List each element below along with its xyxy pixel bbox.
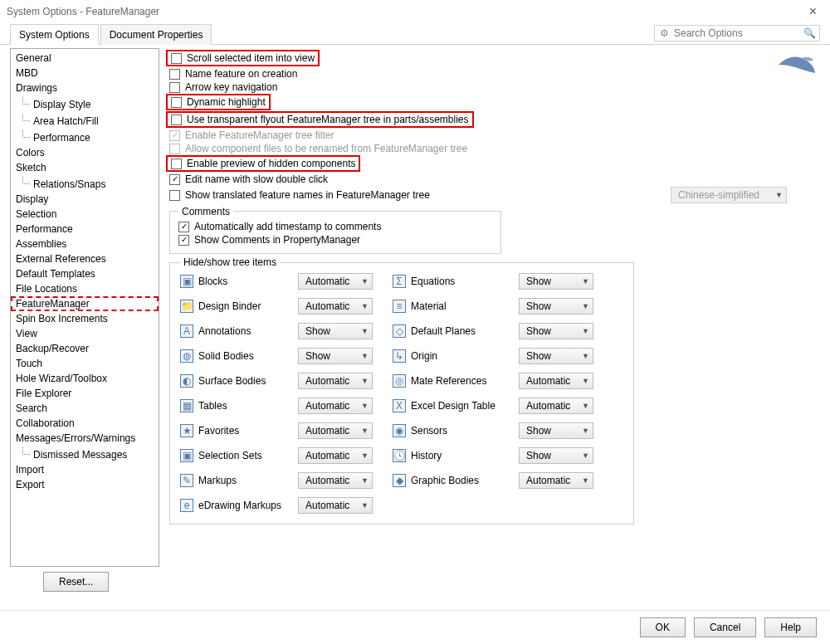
search-input[interactable] [674,27,798,39]
sidebar-item[interactable]: File Explorer [11,386,159,401]
tree-items-group: Hide/show tree items ▣BlocksAutomatic▼ΣE… [169,262,634,524]
sidebar-item[interactable]: Backup/Recover [11,341,159,356]
tree-item-label: Sensors [411,425,519,437]
sidebar-item[interactable]: General [11,51,159,66]
tree-icon: ▣ [180,275,193,288]
sidebar-item[interactable]: Area Hatch/Fill [11,112,159,129]
chk-scroll-label: Scroll selected item into view [187,52,315,64]
tree-icon: ≡ [393,300,406,313]
sidebar-item[interactable]: File Locations [11,281,159,296]
comments-group: Comments Automatically add timestamp to … [169,211,501,254]
sidebar-item[interactable]: Sketch [11,160,159,175]
sidebar-item[interactable]: External References [11,251,159,266]
chk-dynamic-hl[interactable] [171,97,182,108]
tree-item-dropdown[interactable]: Show▼ [519,273,593,290]
tree-item-label: Origin [411,350,519,362]
chk-translated-label: Show translated feature names in Feature… [185,189,430,201]
tree-item-dropdown[interactable]: Show▼ [298,323,373,339]
tree-item-dropdown[interactable]: Automatic▼ [519,472,593,489]
cancel-button[interactable]: Cancel [694,617,756,637]
sidebar-item[interactable]: Performance [11,222,159,237]
tree-icon: X [393,399,406,412]
sidebar-item[interactable]: Hole Wizard/Toolbox [11,371,159,386]
sidebar-item[interactable]: Touch [11,356,159,371]
tree-item-dropdown[interactable]: Show▼ [519,323,593,339]
tree-icon: 🕓 [393,449,406,462]
chk-scroll[interactable] [171,53,182,64]
chk-arrow-nav[interactable] [169,82,180,93]
tree-icon: ▣ [180,449,193,462]
tree-item-dropdown[interactable]: Automatic▼ [298,298,373,315]
tree-item-dropdown[interactable]: Show▼ [519,422,593,439]
chk-timestamp-label: Automatically add timestamp to comments [194,221,381,232]
tree-icon: ↳ [393,349,406,363]
sidebar-item[interactable]: FeatureManager [11,296,159,311]
ok-button[interactable]: OK [640,617,686,637]
tree-icon: ◍ [180,349,193,363]
tree-item-dropdown[interactable]: Show▼ [519,447,593,464]
tree-item-dropdown[interactable]: Automatic▼ [298,447,373,464]
tree-item-dropdown[interactable]: Automatic▼ [298,422,373,439]
sidebar-item[interactable]: Colors [11,145,159,160]
tree-item-dropdown[interactable]: Show▼ [298,348,373,364]
sidebar-item[interactable]: Performance [11,129,159,145]
sidebar-item[interactable]: Relations/Snaps [11,175,159,192]
tree-item-label: History [411,450,519,461]
sidebar-item[interactable]: Dismissed Messages [11,446,159,462]
tree-item-dropdown[interactable]: Show▼ [519,298,593,315]
chk-show-comments[interactable] [178,235,189,246]
chk-edit-name[interactable] [169,174,180,185]
chk-rename-files-label: Allow component files to be renamed from… [185,143,467,154]
tab-document-properties[interactable]: Document Properties [100,24,212,45]
close-icon[interactable]: × [803,4,823,19]
top-bar: System Options Document Properties ⚙ 🔍 [0,23,830,45]
sidebar-item[interactable]: Messages/Errors/Warnings [11,431,159,446]
sidebar-item[interactable]: Collaboration [11,416,159,431]
tree-icon: ✎ [180,474,193,487]
chk-dynamic-hl-label: Dynamic highlight [187,96,266,108]
tree-item-dropdown[interactable]: Automatic▼ [298,373,373,389]
sidebar-item[interactable]: Selection [11,207,159,222]
tree-icon: Σ [393,275,406,288]
tree-icon: 📁 [180,300,193,313]
titlebar: System Options - FeatureManager × [0,0,830,23]
tree-item-dropdown[interactable]: Show▼ [519,348,593,364]
chk-transparent-flyout[interactable] [171,115,182,125]
sidebar-item[interactable]: Drawings [11,80,159,95]
sidebar-item[interactable]: Spin Box Increments [11,311,159,326]
sidebar-item[interactable]: Assemblies [11,237,159,251]
chk-tree-filter [169,130,180,141]
sidebar-item[interactable]: View [11,326,159,341]
tree-item-dropdown[interactable]: Automatic▼ [298,398,373,414]
tab-system-options[interactable]: System Options [10,24,99,45]
chk-arrow-nav-label: Arrow key navigation [185,81,277,93]
tree-item-label: Graphic Bodies [411,475,519,486]
sidebar-item[interactable]: Search [11,401,159,416]
tree-item-dropdown[interactable]: Automatic▼ [298,472,373,489]
reset-button[interactable]: Reset... [43,572,109,592]
tree-icon: ★ [180,424,193,437]
tree-item-label: Surface Bodies [198,375,298,387]
window-title: System Options - FeatureManager [7,6,159,17]
tree-icon: ◉ [393,424,406,437]
chk-name-feature[interactable] [169,69,180,80]
sidebar-item[interactable]: Display [11,192,159,207]
chk-translated[interactable] [169,190,180,201]
sidebar-item[interactable]: MBD [11,66,159,80]
chk-timestamp[interactable] [178,222,189,232]
tree-icon: ▦ [180,399,193,412]
sidebar-item[interactable]: Export [11,477,159,492]
sidebar-item[interactable]: Import [11,462,159,477]
tree-item-dropdown[interactable]: Automatic▼ [519,373,593,389]
search-box[interactable]: ⚙ 🔍 [654,25,820,41]
sidebar-item[interactable]: Default Templates [11,266,159,281]
tree-item-dropdown[interactable]: Automatic▼ [519,398,593,414]
chk-preview-hidden[interactable] [171,159,182,169]
category-sidebar[interactable]: GeneralMBDDrawingsDisplay StyleArea Hatc… [10,48,159,567]
tree-item-label: Markups [198,475,298,486]
tree-item-dropdown[interactable]: Automatic▼ [298,273,373,290]
help-button[interactable]: Help [764,617,817,637]
sidebar-item[interactable]: Display Style [11,95,159,112]
app-logo [777,50,817,76]
tree-item-dropdown[interactable]: Automatic▼ [298,497,373,514]
